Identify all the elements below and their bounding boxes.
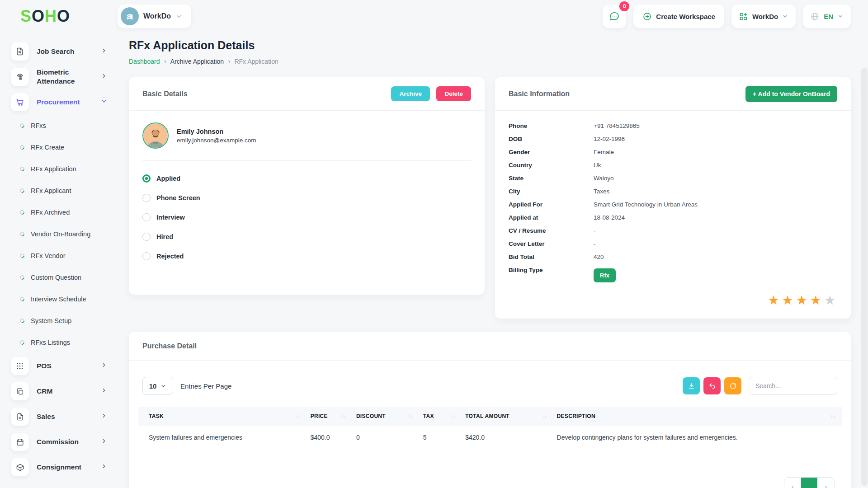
column-header-discount[interactable]: DISCOUNT↑↓ — [353, 413, 420, 419]
pagination-next-button[interactable]: › — [817, 478, 834, 488]
refresh-button[interactable] — [724, 377, 741, 394]
star-icon[interactable]: ★ — [782, 293, 796, 307]
radio-label: Phone Screen — [156, 194, 200, 202]
purchase-detail-card: Purchase Detail 10 Entries Per Page — [129, 332, 851, 488]
cell-total-amount: $420.0 — [462, 434, 553, 441]
delete-button[interactable]: Delete — [436, 86, 471, 101]
sidebar-subitem-label: Interview Schedule — [31, 296, 86, 303]
sidebar-item-rfxs[interactable]: RFxs — [11, 115, 118, 136]
sidebar-subitem-label: RFx Vendor — [31, 252, 66, 259]
sort-icon[interactable]: ↑↓ — [830, 414, 835, 419]
sidebar-item-interview-schedule[interactable]: Interview Schedule — [11, 288, 118, 310]
bullet-ring-icon — [19, 209, 25, 216]
radio-icon — [142, 252, 151, 260]
sort-icon[interactable]: ↑↓ — [408, 414, 413, 419]
column-header-total-amount[interactable]: TOTAL AMOUNT↑↓ — [462, 413, 553, 419]
workspace-switcher[interactable]: WorkDo — [118, 5, 191, 28]
archive-button[interactable]: Archive — [391, 86, 430, 101]
status-radio-rejected[interactable]: Rejected — [142, 252, 471, 260]
purchase-table: TASK↑↓ PRICE↑↓ DISCOUNT↑↓ TAX↑↓ TOTAL AM… — [138, 407, 842, 449]
logo-letter: H — [45, 7, 57, 25]
download-icon — [688, 382, 695, 390]
pagination-page-1[interactable] — [801, 478, 818, 488]
export-download-button[interactable] — [683, 377, 700, 394]
sidebar-subitem-label: RFxs Listings — [31, 339, 70, 346]
field-value: +91 7845129865 — [594, 122, 640, 131]
sidebar-item-pos[interactable]: POS — [11, 353, 118, 379]
field-label: DOB — [509, 136, 594, 144]
field-value: Waioyo — [594, 175, 614, 183]
sidebar-item-commission[interactable]: Commission — [11, 429, 118, 455]
grid-plus-icon — [739, 12, 748, 21]
sidebar-item-label: Job Search — [37, 47, 90, 56]
grid-dots-icon — [11, 357, 29, 375]
sidebar-item-vendor-on-boarding[interactable]: Vendor On-Boarding — [11, 223, 118, 245]
field-value: 18-08-2024 — [594, 214, 625, 222]
entries-per-page-select[interactable]: 10 — [142, 377, 173, 395]
pagination-prev-button[interactable]: ‹ — [784, 478, 801, 488]
status-radio-hired[interactable]: Hired — [142, 233, 471, 241]
star-icon[interactable]: ★ — [768, 293, 782, 307]
sidebar-item-job-search[interactable]: Job Search — [11, 39, 118, 64]
field-value: - — [594, 240, 596, 249]
workspace-menu-button[interactable]: WorkDo — [731, 5, 796, 28]
create-workspace-button[interactable]: Create Workspace — [633, 5, 724, 28]
sort-icon[interactable]: ↑↓ — [542, 414, 547, 419]
box-icon — [11, 458, 29, 476]
chevron-right-icon — [101, 73, 107, 81]
sidebar-item-rfx-vendor[interactable]: RFx Vendor — [11, 245, 118, 267]
sidebar-item-system-setup[interactable]: System Setup — [11, 310, 118, 332]
sidebar-item-custom-question[interactable]: Custom Question — [11, 267, 118, 288]
sidebar-item-rfx-applicant[interactable]: RFx Applicant — [11, 180, 118, 202]
column-header-task[interactable]: TASK↑↓ — [138, 413, 307, 419]
bullet-ring-icon — [19, 274, 25, 281]
sidebar-item-label: POS — [37, 361, 90, 371]
star-icon[interactable]: ★ — [796, 293, 810, 307]
language-selector[interactable]: EN — [803, 5, 851, 28]
star-icon[interactable]: ★ — [810, 293, 824, 307]
document-icon — [11, 408, 29, 426]
sidebar-item-consignment[interactable]: Consignment — [11, 455, 118, 480]
sidebar-item-rfx-create[interactable]: RFx Create — [11, 136, 118, 158]
sidebar-item-biometric-attendance[interactable]: Biometric Attendance — [11, 64, 118, 89]
radio-label: Applied — [156, 175, 180, 182]
field-label: Cover Letter — [509, 240, 594, 249]
status-radio-interview[interactable]: Interview — [142, 213, 471, 221]
sidebar-item-sales[interactable]: Sales — [11, 404, 118, 429]
status-radio-applied[interactable]: Applied — [142, 174, 471, 183]
copy-squares-icon — [11, 382, 29, 400]
sidebar-item-crm[interactable]: CRM — [11, 379, 118, 404]
sidebar-item-rfx-application[interactable]: RFx Application — [11, 158, 118, 180]
scrollbar[interactable] — [861, 68, 868, 486]
add-to-vendor-onboard-button[interactable]: + Add to Vendor OnBoard — [745, 86, 837, 102]
breadcrumb-dashboard[interactable]: Dashboard — [129, 58, 160, 65]
column-header-price[interactable]: PRICE↑↓ — [307, 413, 353, 419]
breadcrumb-archive-application[interactable]: Archive Application — [170, 58, 224, 65]
sidebar-item-rfx-archived[interactable]: RFx Archived — [11, 202, 118, 223]
star-icon[interactable]: ★ — [824, 293, 838, 307]
workspace-avatar — [121, 7, 139, 25]
sidebar-item-procurement[interactable]: Procurement — [11, 89, 118, 115]
chevron-right-icon — [101, 463, 107, 471]
sort-icon[interactable]: ↑↓ — [296, 414, 301, 419]
field-label: Gender — [509, 149, 594, 157]
search-input[interactable] — [749, 377, 837, 395]
chevron-down-icon — [782, 13, 788, 19]
column-header-tax[interactable]: TAX↑↓ — [420, 413, 462, 419]
sort-icon[interactable]: ↑↓ — [341, 414, 346, 419]
building-icon — [125, 11, 135, 21]
entries-per-page-value: 10 — [149, 382, 157, 390]
rating-stars[interactable]: ★★★★★ — [768, 293, 838, 308]
sidebar-item-rfxs-listings[interactable]: RFxs Listings — [11, 332, 118, 353]
status-radio-phone-screen[interactable]: Phone Screen — [142, 194, 471, 202]
fingerprint-icon — [11, 68, 29, 86]
column-header-description[interactable]: DESCRIPTION↑↓ — [553, 413, 842, 419]
reset-button[interactable] — [703, 377, 721, 394]
cell-price: $400.0 — [307, 434, 353, 441]
field-value: Smart Grid Technology in Urban Areas — [594, 201, 698, 209]
messages-button[interactable]: 0 — [603, 5, 626, 28]
cell-task: System failures and emergencies — [138, 434, 307, 441]
field-value: Female — [594, 149, 614, 157]
sort-icon[interactable]: ↑↓ — [451, 414, 456, 419]
sidebar-subitem-label: RFx Archived — [31, 209, 70, 216]
